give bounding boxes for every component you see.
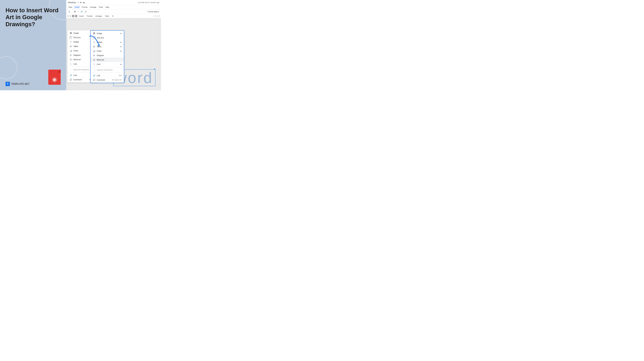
menu2-textbox[interactable]: T Text box: [91, 35, 124, 40]
canvas-area: word 🖼 Image ▶ T Tex: [66, 18, 161, 90]
shape-icon: ⬡: [70, 41, 72, 43]
textbox-icon2: T: [93, 36, 95, 39]
edit-info: Last edit was 12 minutes ago: [138, 1, 159, 3]
menu-tools[interactable]: Tools: [98, 5, 104, 9]
comment-icon2: 💬: [93, 79, 95, 81]
link-icon2: 🔗: [93, 74, 95, 77]
cloud-icon[interactable]: ☁: [83, 1, 85, 3]
diagram-icon: ⊛: [70, 54, 72, 56]
image-icon2: 🖼: [93, 32, 95, 34]
page-title: How to Insert Word Art in Google Drawing…: [6, 7, 61, 28]
special-icon2: ○: [93, 69, 95, 71]
chart-icon: 📊: [70, 49, 72, 52]
selection-handle[interactable]: [154, 68, 155, 70]
table-icon2: ⊞: [93, 45, 95, 48]
inner-menu-tools[interactable]: Tools: [104, 14, 110, 18]
inner-menu-format[interactable]: Format: [86, 14, 94, 18]
menu2-link[interactable]: 🔗 Link ⌘K: [91, 73, 124, 78]
format-options-btn[interactable]: Format options: [147, 10, 160, 13]
menu2-chart[interactable]: 📊 Chart ▶: [91, 49, 124, 53]
logo-icon: T: [6, 82, 10, 86]
inner-menu-arrange[interactable]: Arrange: [94, 14, 103, 18]
file-icon: [48, 70, 61, 85]
menu2-diagram[interactable]: ⊛ Diagram: [91, 53, 124, 58]
chart-icon2: 📊: [93, 50, 95, 52]
menu2-comment[interactable]: 💬 Comment ⌘+Option+M: [91, 78, 124, 82]
toolbar-sep-1: [72, 10, 72, 13]
zoom-btn[interactable]: 🔍: [67, 10, 71, 13]
logo-text: TEMPLATE.NET: [11, 82, 30, 85]
italic-btn[interactable]: I: [77, 10, 79, 13]
link-btn[interactable]: 🔗: [80, 10, 84, 13]
inner-menu-bar: ⊠ ✕ 🔲 🔲 Insert Format Arrange Tools H 2 …: [66, 14, 161, 18]
star-icon[interactable]: ☆: [77, 1, 79, 3]
menu-bar: View Insert Format Arrange Tools Help: [66, 5, 161, 9]
app-header: drawing ☆ 🗁 ☁ Last edit was 12 minutes a…: [66, 0, 161, 18]
menu2-table[interactable]: ⊞ Table ▶: [91, 44, 124, 49]
textbox-icon: T: [70, 36, 72, 39]
inner-menu-insert[interactable]: Insert: [78, 14, 85, 18]
app-bar: drawing ☆ 🗁 ☁ Last edit was 12 minutes a…: [66, 0, 161, 5]
link-icon1: 🔗: [70, 74, 72, 76]
menu-arrange[interactable]: Arrange: [89, 5, 98, 9]
image-icon: 🖼: [70, 32, 72, 34]
special-icon: ○: [70, 68, 72, 71]
comment-icon1: 💬: [70, 78, 72, 81]
left-panel: How to Insert Word Art in Google Drawing…: [0, 0, 66, 90]
wordart-icon: A: [70, 58, 72, 61]
toolbar: 🔍 B I 🔗 ⊡ Format options: [66, 9, 161, 14]
menu-view[interactable]: View: [67, 5, 74, 9]
diagram-icon2: ⊛: [93, 54, 95, 57]
dropdown-second: 🖼 Image ▶ T Text box ⬡ Shape ▶ ⊞ Table ▶: [90, 30, 124, 83]
sep3: [91, 67, 124, 67]
table-icon: ⊞: [70, 45, 72, 47]
menu-format[interactable]: Format: [80, 5, 88, 9]
menu2-shape[interactable]: ⬡ Shape ▶: [91, 40, 124, 44]
logo-area: T TEMPLATE.NET: [6, 82, 30, 86]
right-panel: drawing ☆ 🗁 ☁ Last edit was 12 minutes a…: [66, 0, 161, 90]
menu2-special[interactable]: ○ Special characters: [91, 68, 124, 72]
wordart-icon2: A: [93, 58, 95, 61]
menu2-image[interactable]: 🖼 Image ▶: [91, 31, 124, 35]
line-icon2: ╲: [93, 63, 95, 65]
embed-btn[interactable]: ⊡: [84, 10, 87, 13]
bold-btn[interactable]: B: [74, 10, 76, 13]
inner-menu-h[interactable]: H: [111, 14, 114, 18]
app-title: drawing: [68, 1, 76, 4]
menu-help[interactable]: Help: [104, 5, 110, 9]
menu2-wordart[interactable]: A Word art: [91, 58, 124, 62]
line-icon: ╲: [70, 63, 72, 65]
menu-insert[interactable]: Insert: [74, 5, 80, 9]
shape-icon2: ⬡: [93, 41, 95, 43]
folder-icon[interactable]: 🗁: [80, 1, 82, 3]
menu2-line[interactable]: ╲ Line ▶: [91, 62, 124, 66]
